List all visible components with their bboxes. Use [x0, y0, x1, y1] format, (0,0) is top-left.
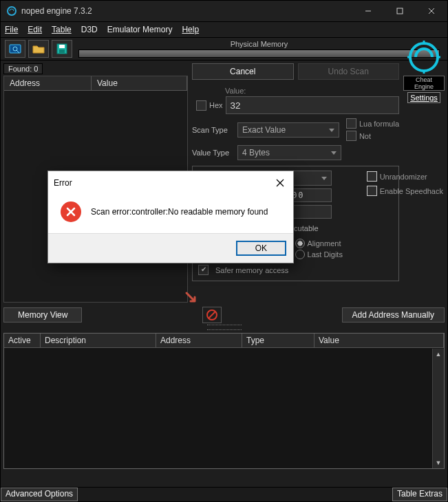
cancel-button[interactable]: Cancel	[192, 63, 294, 80]
value-type-dropdown[interactable]: 4 Bytes	[237, 145, 341, 160]
add-to-list-arrow-icon[interactable]	[184, 290, 199, 305]
progress-bar	[78, 50, 440, 58]
engine-logo: Cheat Engine Settings	[403, 39, 445, 103]
not-checkbox[interactable]	[346, 131, 356, 141]
dialog-ok-button[interactable]: OK	[236, 241, 286, 256]
svg-point-0	[8, 7, 16, 15]
dialog-close-button[interactable]	[273, 175, 288, 190]
found-count: Found: 0	[3, 63, 43, 74]
hex-label: Hex	[209, 101, 223, 109]
maximize-button[interactable]	[384, 1, 416, 21]
address-list-table[interactable]: Active Description Address Type Value ▲ …	[3, 333, 445, 469]
minimize-button[interactable]	[352, 1, 384, 21]
add-address-manually-button[interactable]: Add Address Manually	[342, 307, 445, 323]
alignment-label: Alignment	[308, 239, 341, 248]
svg-line-17	[209, 312, 215, 318]
not-label: Not	[359, 132, 371, 140]
alignment-radio[interactable]	[295, 239, 305, 248]
speedhack-label: Enable Speedhack	[380, 187, 443, 195]
lua-formula-checkbox[interactable]	[346, 118, 356, 129]
speedhack-checkbox[interactable]	[367, 186, 377, 196]
window-title: noped engine 7.3.2	[21, 6, 352, 16]
open-process-button[interactable]	[5, 40, 25, 58]
logo-caption: Cheat Engine	[403, 76, 445, 91]
menu-d3d[interactable]: D3D	[81, 25, 98, 34]
unrandomizer-label: Unrandomizer	[380, 173, 427, 181]
unrandomizer-checkbox[interactable]	[367, 171, 377, 182]
svg-rect-9	[59, 45, 65, 48]
last-digits-label: Last Digits	[308, 250, 343, 259]
safer-memory-checkbox[interactable]	[198, 265, 209, 275]
col-active[interactable]: Active	[4, 334, 41, 347]
error-icon	[61, 201, 81, 222]
svg-rect-5	[10, 45, 21, 53]
app-icon	[6, 6, 17, 17]
hex-checkbox[interactable]	[196, 100, 206, 111]
menu-edit[interactable]: Edit	[28, 25, 42, 34]
safer-memory-label: Safer memory access	[215, 266, 288, 274]
dialog-title: Error	[54, 178, 72, 188]
scrollbar[interactable]: ▲ ▼	[432, 349, 444, 468]
undo-scan-button[interactable]: Undo Scan	[298, 63, 400, 80]
menu-bar: File Edit Table D3D Emulator Memory Help	[1, 22, 447, 37]
col-value[interactable]: Value	[92, 76, 187, 90]
svg-rect-10	[59, 50, 65, 53]
title-bar: noped engine 7.3.2	[1, 1, 447, 22]
table-extras-button[interactable]: Table Extras	[392, 488, 447, 501]
col-address2[interactable]: Address	[156, 334, 242, 347]
error-dialog: Error Scan error:controller:No readable …	[47, 171, 294, 263]
save-button[interactable]	[52, 40, 72, 58]
tool-row: Physical Memory	[1, 37, 447, 61]
no-entry-icon[interactable]	[202, 307, 222, 323]
splitter-handle[interactable]	[207, 325, 242, 330]
progress-label: Physical Memory	[231, 40, 288, 48]
dialog-message: Scan error:controller:No readable memory…	[91, 207, 268, 217]
col-type[interactable]: Type	[242, 334, 314, 347]
scan-type-label: Scan Type	[192, 126, 233, 134]
value-input[interactable]	[226, 96, 399, 114]
svg-rect-2	[397, 8, 403, 14]
col-address[interactable]: Address	[4, 76, 92, 90]
lua-formula-label: Lua formula	[359, 120, 399, 128]
menu-emulator-memory[interactable]: Emulator Memory	[107, 25, 173, 34]
scan-type-dropdown[interactable]: Exact Value	[237, 122, 339, 138]
advanced-options-button[interactable]: Advanced Options	[1, 488, 78, 501]
value-type-label: Value Type	[192, 149, 233, 157]
settings-link[interactable]: Settings	[407, 92, 440, 103]
col-value2[interactable]: Value	[314, 334, 444, 347]
last-digits-radio[interactable]	[295, 250, 305, 259]
open-file-button[interactable]	[28, 40, 49, 58]
menu-file[interactable]: File	[5, 25, 18, 34]
menu-table[interactable]: Table	[52, 25, 72, 34]
col-description[interactable]: Description	[41, 334, 156, 347]
scroll-down-icon[interactable]: ▼	[433, 457, 444, 468]
scroll-up-icon[interactable]: ▲	[433, 349, 444, 360]
menu-help[interactable]: Help	[182, 25, 199, 34]
close-button[interactable]	[416, 1, 447, 21]
value-label: Value:	[225, 87, 399, 95]
memory-view-button[interactable]: Memory View	[3, 307, 82, 323]
